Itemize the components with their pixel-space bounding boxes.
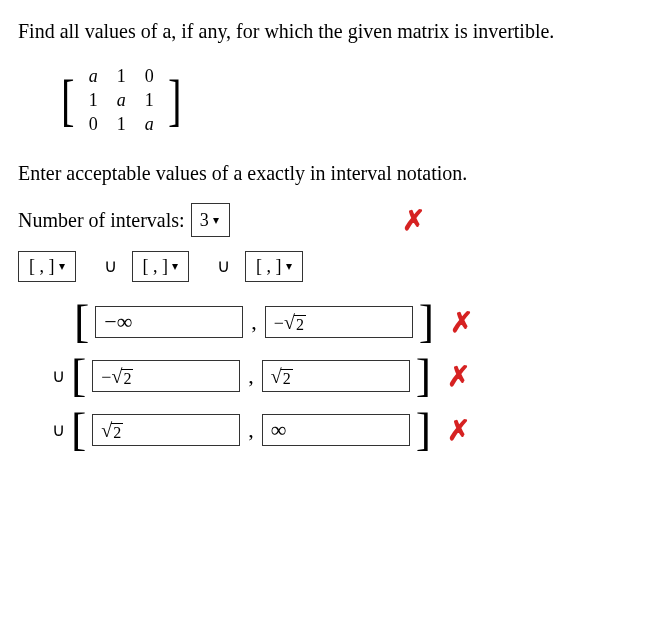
- wrong-icon: ✗: [402, 204, 425, 237]
- interval-left-input[interactable]: −∞: [95, 306, 243, 338]
- matrix-cell: 1: [89, 90, 98, 111]
- bracket-select-label: [ , ]: [143, 256, 169, 277]
- matrix-cell: a: [117, 90, 126, 111]
- wrong-icon: ✗: [447, 414, 470, 447]
- caret-icon: ▾: [172, 259, 178, 274]
- instruction-text: Enter acceptable values of a exactly in …: [18, 162, 634, 185]
- interval-row-2: ∪ [ −√2 , √2 ] ✗: [52, 356, 634, 396]
- interval-row-3: ∪ [ √2 , ∞ ] ✗: [52, 410, 634, 450]
- value-neg-sqrt2: −√2: [101, 365, 133, 388]
- bracket-select-label: [ , ]: [256, 256, 282, 277]
- value-neg-sqrt2: −√2: [274, 311, 306, 334]
- right-bracket: ]: [416, 410, 431, 450]
- num-intervals-label: Number of intervals:: [18, 209, 185, 232]
- value-infinity: ∞: [271, 417, 287, 443]
- num-intervals-value: 3: [200, 210, 209, 231]
- matrix-grid: a 1 0 1 a 1 0 1 a: [77, 62, 165, 138]
- interval-left-input[interactable]: −√2: [92, 360, 240, 392]
- matrix-cell: 0: [89, 114, 98, 135]
- interval-left-input[interactable]: √2: [92, 414, 240, 446]
- matrix-left-bracket: [: [61, 71, 75, 129]
- bracket-select-3[interactable]: [ , ] ▾: [245, 251, 303, 282]
- caret-icon: ▾: [286, 259, 292, 274]
- caret-icon: ▾: [213, 213, 219, 228]
- matrix-cell: 1: [117, 66, 126, 87]
- matrix-cell: 1: [145, 90, 154, 111]
- question-text: Find all values of a, if any, for which …: [18, 18, 634, 44]
- bracket-type-row: [ , ] ▾ ∪ [ , ] ▾ ∪ [ , ] ▾: [18, 251, 634, 282]
- interval-right-input[interactable]: √2: [262, 360, 410, 392]
- num-intervals-row: Number of intervals: 3 ▾ ✗: [18, 203, 634, 237]
- matrix-cell: 0: [145, 66, 154, 87]
- value-sqrt2: √2: [271, 365, 293, 388]
- bracket-select-label: [ , ]: [29, 256, 55, 277]
- wrong-icon: ✗: [450, 306, 473, 339]
- wrong-icon: ✗: [447, 360, 470, 393]
- right-bracket: ]: [416, 356, 431, 396]
- bracket-select-2[interactable]: [ , ] ▾: [132, 251, 190, 282]
- union-symbol: ∪: [217, 256, 230, 276]
- interval-row-1: [ −∞ , −√2 ] ✗: [74, 302, 634, 342]
- right-bracket: ]: [419, 302, 434, 342]
- interval-right-input[interactable]: −√2: [265, 306, 413, 338]
- left-bracket: [: [71, 410, 86, 450]
- comma: ,: [248, 417, 254, 443]
- caret-icon: ▾: [59, 259, 65, 274]
- bracket-select-1[interactable]: [ , ] ▾: [18, 251, 76, 282]
- interval-right-input[interactable]: ∞: [262, 414, 410, 446]
- matrix-right-bracket: ]: [168, 71, 182, 129]
- left-bracket: [: [74, 302, 89, 342]
- union-symbol: ∪: [52, 419, 65, 441]
- matrix-cell: a: [89, 66, 98, 87]
- matrix-cell: 1: [117, 114, 126, 135]
- value-minus-infinity: −∞: [104, 309, 132, 335]
- comma: ,: [251, 309, 257, 335]
- left-bracket: [: [71, 356, 86, 396]
- comma: ,: [248, 363, 254, 389]
- value-sqrt2: √2: [101, 419, 123, 442]
- num-intervals-select[interactable]: 3 ▾: [191, 203, 230, 237]
- matrix: [ a 1 0 1 a 1 0 1 a ]: [58, 62, 634, 138]
- union-symbol: ∪: [104, 256, 117, 276]
- matrix-cell: a: [145, 114, 154, 135]
- union-symbol: ∪: [52, 365, 65, 387]
